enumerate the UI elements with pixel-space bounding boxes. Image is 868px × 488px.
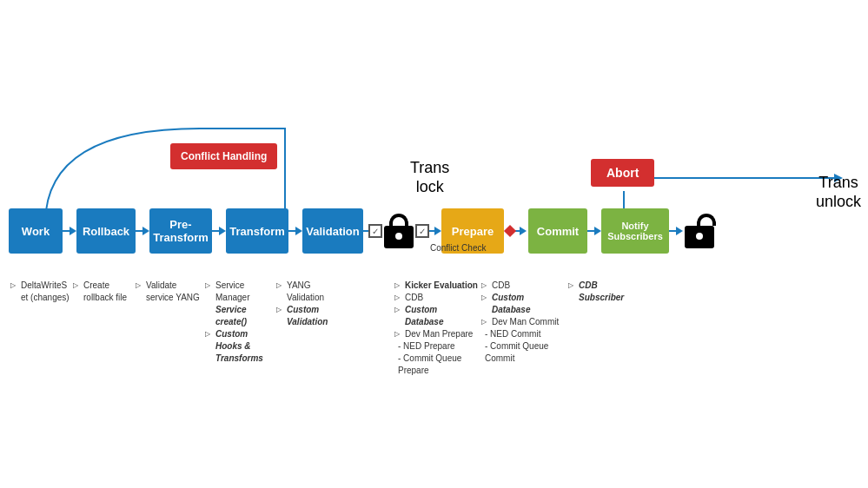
arrow-2: [136, 227, 149, 235]
validation-box: Validation: [302, 208, 363, 254]
desc-validation: YANG Validation Custom Validation: [275, 280, 342, 328]
checkbox-conflict: ✓: [415, 224, 429, 238]
arrow-1: [63, 227, 76, 235]
commit-box: Commit: [528, 208, 587, 254]
abort-box: Abort: [591, 159, 654, 187]
desc-pretransform: Validate service YANG: [134, 280, 203, 304]
rollback-box: Rollback: [76, 208, 136, 254]
desc-transform: Service Manager Service create() Custom …: [203, 280, 275, 365]
pretransform-box: Pre-Transform: [149, 208, 212, 254]
arrow-5: [587, 227, 601, 235]
desc-prepare: Kicker Evaluation CDB Custom Database De…: [393, 280, 480, 377]
arrow-4: [288, 227, 302, 235]
desc-rollback: Create rollback file: [71, 280, 134, 304]
lock-open-icon: [685, 214, 716, 248]
transform-box: Transform: [226, 208, 288, 254]
desc-notify: CDB Subscriber: [567, 280, 645, 304]
trans-lock-label: Trans lock: [410, 159, 449, 196]
diagram-container: Trans lock Trans unlock Conflict Handlin…: [0, 0, 868, 488]
arrow-3: [212, 227, 226, 235]
conflict-handling-box: Conflict Handling: [170, 143, 277, 169]
lock-closed-icon: [384, 214, 414, 248]
desc-work: DeltaWriteS et (changes): [9, 280, 71, 304]
notify-box: Notify Subscribers: [601, 208, 669, 254]
work-box: Work: [9, 208, 63, 254]
trans-unlock-label: Trans unlock: [816, 174, 861, 211]
desc-commit: CDB Custom Database Dev Man Commit - NED…: [480, 280, 567, 365]
conflict-check-label: Conflict Check: [430, 243, 486, 253]
descriptions-row: DeltaWriteS et (changes) Create rollback…: [9, 280, 859, 377]
checkbox-validation: ✓: [368, 224, 382, 238]
diamond-icon: [504, 225, 516, 237]
